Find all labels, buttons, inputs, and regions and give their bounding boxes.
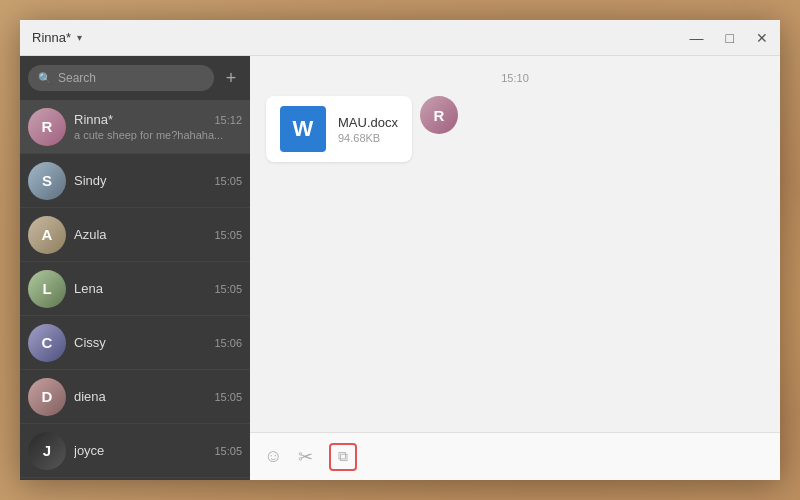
sidebar: 🔍 + RRinna*15:12a cute sheep for me?haha… (20, 56, 250, 480)
contact-item-diena[interactable]: Ddiena15:05 (20, 370, 250, 424)
contact-item-sindy[interactable]: SSindy15:05 (20, 154, 250, 208)
contact-name: Azula (74, 227, 107, 242)
contact-item-azula[interactable]: AAzula15:05 (20, 208, 250, 262)
chat-area: 15:10 W MAU.docx 94.68KB R (250, 56, 780, 480)
app-window: Rinna* ▾ — □ ✕ 🔍 + RRinna*15:12a cute sh… (20, 20, 780, 480)
message-time-label: 15:10 (266, 72, 764, 84)
chat-title: Rinna* (32, 30, 71, 45)
close-button[interactable]: ✕ (752, 29, 772, 47)
contact-time: 15:05 (214, 445, 242, 457)
title-bar: Rinna* ▾ — □ ✕ (20, 20, 780, 56)
contact-item-joyce[interactable]: Jjoyce15:05 (20, 424, 250, 478)
contact-item-rinna[interactable]: RRinna*15:12a cute sheep for me?hahaha..… (20, 100, 250, 154)
sender-avatar: R (420, 96, 458, 134)
contact-list: RRinna*15:12a cute sheep for me?hahaha..… (20, 100, 250, 480)
main-layout: 🔍 + RRinna*15:12a cute sheep for me?haha… (20, 56, 780, 480)
sidebar-header: 🔍 + (20, 56, 250, 100)
emoji-button[interactable]: ☺ (264, 446, 282, 467)
contact-item-lena[interactable]: LLena15:05 (20, 262, 250, 316)
file-size: 94.68KB (338, 132, 398, 144)
file-bubble[interactable]: W MAU.docx 94.68KB (266, 96, 412, 162)
scissors-button[interactable]: ✂ (298, 446, 313, 468)
avatar: R (28, 108, 66, 146)
minimize-button[interactable]: — (686, 29, 708, 47)
avatar: S (28, 162, 66, 200)
contact-time: 15:06 (214, 337, 242, 349)
contact-item-sofia[interactable]: SSofia15:05 (20, 478, 250, 480)
chat-messages: 15:10 W MAU.docx 94.68KB R (250, 56, 780, 432)
file-info: MAU.docx 94.68KB (338, 115, 398, 144)
contact-name: Cissy (74, 335, 106, 350)
word-icon: W (280, 106, 326, 152)
contact-time: 15:05 (214, 391, 242, 403)
title-bar-controls: — □ ✕ (686, 29, 772, 47)
avatar: J (28, 432, 66, 470)
avatar: C (28, 324, 66, 362)
search-input[interactable] (58, 71, 204, 85)
contact-time: 15:05 (214, 229, 242, 241)
clipboard-button[interactable]: ⧉ (329, 443, 357, 471)
contact-name: joyce (74, 443, 104, 458)
maximize-button[interactable]: □ (722, 29, 738, 47)
contact-name: Sindy (74, 173, 107, 188)
contact-name: Rinna* (74, 112, 113, 127)
search-box[interactable]: 🔍 (28, 65, 214, 91)
avatar: D (28, 378, 66, 416)
message-row: W MAU.docx 94.68KB R (266, 96, 764, 162)
contact-time: 15:05 (214, 175, 242, 187)
file-name: MAU.docx (338, 115, 398, 130)
add-contact-button[interactable]: + (220, 67, 242, 89)
contact-name: diena (74, 389, 106, 404)
title-dropdown-icon[interactable]: ▾ (77, 32, 82, 43)
search-icon: 🔍 (38, 72, 52, 85)
title-bar-left: Rinna* ▾ (20, 30, 82, 45)
contact-time: 15:05 (214, 283, 242, 295)
contact-name: Lena (74, 281, 103, 296)
contact-preview: a cute sheep for me?hahaha... (74, 129, 242, 141)
contact-item-cissy[interactable]: CCissy15:06 (20, 316, 250, 370)
chat-toolbar: ☺ ✂ ⧉ (250, 432, 780, 480)
contact-time: 15:12 (214, 114, 242, 126)
avatar: L (28, 270, 66, 308)
clipboard-icon: ⧉ (338, 448, 348, 465)
avatar: A (28, 216, 66, 254)
